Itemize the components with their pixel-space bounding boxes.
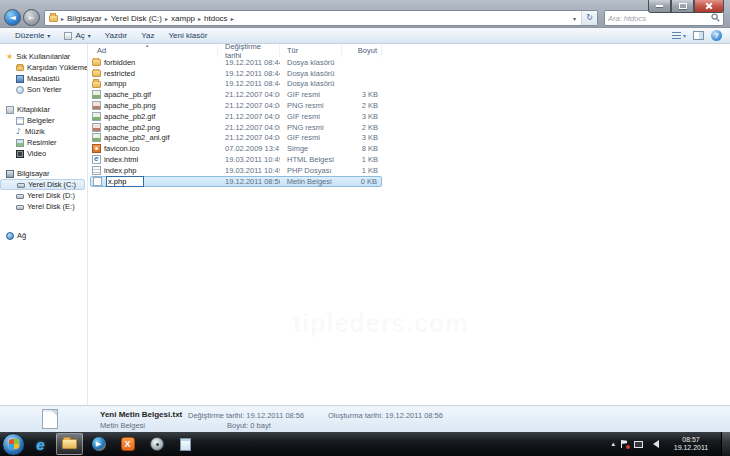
desktop-icon: [16, 75, 24, 83]
png-image-icon: [92, 123, 101, 132]
file-row[interactable]: apache_pb2.png 21.12.2007 04:00PNG resmi…: [90, 122, 382, 133]
crumb-separator-icon: ▸: [230, 15, 235, 22]
computer-icon: [6, 170, 14, 178]
taskbar-notepad[interactable]: [172, 433, 199, 455]
column-header-type[interactable]: Tür: [280, 44, 342, 57]
column-header-name[interactable]: Ad: [90, 44, 218, 57]
taskbar-internet-explorer[interactable]: e: [27, 433, 54, 455]
taskbar-clock[interactable]: 08:57 19.12.2011: [671, 436, 711, 452]
watermark: tipleders.com: [293, 309, 469, 338]
show-hidden-icons-button[interactable]: ▴: [611, 440, 615, 448]
gif-image-icon: [92, 133, 101, 142]
column-header-date-modified[interactable]: Değiştirme tarihi: [218, 44, 280, 57]
rename-input[interactable]: [106, 176, 144, 187]
chevron-down-icon: ▾: [683, 32, 686, 39]
start-button[interactable]: [2, 433, 25, 456]
action-center-icon[interactable]: [621, 440, 628, 448]
folder-icon: [92, 59, 101, 66]
file-row[interactable]: favicon.ico 07.02.2009 13:47Simge8 KB: [90, 143, 382, 154]
hard-disk-icon: [16, 194, 24, 199]
sidebar-item-favorites[interactable]: ★Sık Kullanılanlar: [0, 51, 87, 62]
search-icon[interactable]: [711, 13, 720, 24]
taskbar-windows-explorer[interactable]: [56, 433, 83, 455]
sidebar-item-pictures[interactable]: Resimler: [0, 137, 87, 148]
network-icon: [6, 232, 14, 240]
chevron-down-icon: ▾: [88, 32, 91, 39]
sidebar-item-desktop[interactable]: Masaüstü: [0, 73, 87, 84]
details-created: Oluşturma tarihi: 19.12.2011 08:56: [328, 411, 443, 420]
organize-menu-button[interactable]: Düzenle▾: [8, 31, 57, 40]
details-file-type: Metin Belgesi: [100, 421, 145, 430]
new-folder-button[interactable]: Yeni klasör: [161, 31, 214, 40]
breadcrumb-drive-c[interactable]: Yerel Disk (C:): [109, 14, 164, 23]
preview-pane-button[interactable]: [693, 31, 704, 40]
sidebar-item-libraries[interactable]: Kitaplıklar: [0, 104, 87, 115]
show-desktop-button[interactable]: [721, 432, 730, 456]
window-content: ★Sık Kullanılanlar Karşıdan Yüklemeler M…: [0, 44, 730, 405]
file-row[interactable]: index.php 19.03.2011 10:49PHP Dosyası1 K…: [90, 165, 382, 176]
sidebar-item-documents[interactable]: Belgeler: [0, 115, 87, 126]
taskbar-disc-app[interactable]: [143, 433, 170, 455]
address-folder-icon: [49, 15, 58, 22]
sidebar-item-video[interactable]: Video: [0, 148, 87, 159]
back-button[interactable]: ◄: [4, 9, 21, 26]
forward-button[interactable]: ►: [23, 9, 40, 26]
file-row[interactable]: xampp 19.12.2011 08:44Dosya klasörü: [90, 79, 382, 90]
png-image-icon: [92, 101, 101, 110]
pictures-icon: [16, 139, 24, 147]
volume-icon[interactable]: [649, 440, 659, 448]
alert-badge: [626, 445, 630, 449]
print-button[interactable]: Yazdır: [98, 31, 135, 40]
sidebar-item-recent-places[interactable]: Son Yerler: [0, 84, 87, 95]
sidebar-item-computer[interactable]: Bilgisayar: [0, 168, 87, 179]
file-row-selected[interactable]: 19.12.2011 08:56Metin Belgesi0 KB: [90, 176, 382, 187]
file-row[interactable]: apache_pb2.gif 21.12.2007 04:00GIF resmi…: [90, 111, 382, 122]
folder-icon: [92, 70, 101, 77]
sidebar-item-local-disk-d[interactable]: Yerel Disk (D:): [0, 190, 87, 201]
file-row[interactable]: restricted 19.12.2011 08:44Dosya klasörü: [90, 68, 382, 79]
burn-button[interactable]: Yaz: [134, 31, 161, 40]
notepad-icon: [180, 438, 191, 451]
folder-icon: [92, 81, 101, 88]
php-file-icon: [92, 166, 101, 175]
view-list-icon: [672, 32, 681, 40]
network-status-icon[interactable]: [634, 441, 643, 448]
open-button[interactable]: Aç▾: [57, 31, 97, 40]
sidebar-item-network[interactable]: Ağ: [0, 230, 87, 241]
change-view-button[interactable]: ▾: [672, 32, 686, 40]
close-button[interactable]: [694, 0, 724, 13]
column-header-size[interactable]: Boyut: [342, 44, 382, 57]
disc-app-icon: [150, 437, 164, 451]
file-row[interactable]: apache_pb.png 21.12.2007 04:00PNG resmi2…: [90, 100, 382, 111]
breadcrumb-xampp[interactable]: xampp: [169, 14, 197, 23]
file-row[interactable]: apache_pb2_ani.gif 21.12.2007 04:00GIF r…: [90, 133, 382, 144]
navigation-pane: ★Sık Kullanılanlar Karşıdan Yüklemeler M…: [0, 44, 88, 405]
address-bar[interactable]: ▸ Bilgisayar ▸ Yerel Disk (C:) ▸ xampp ▸…: [44, 10, 598, 26]
close-icon: [705, 2, 713, 10]
breadcrumb-htdocs[interactable]: htdocs: [202, 14, 230, 23]
sidebar-item-local-disk-c[interactable]: Yerel Disk (C:): [0, 179, 85, 190]
file-row[interactable]: index.html 19.03.2011 10:49HTML Belgesi1…: [90, 154, 382, 165]
sidebar-item-music[interactable]: ♪Müzik: [0, 126, 87, 137]
refresh-icon[interactable]: ↻: [581, 11, 597, 25]
start-orb-icon: [9, 438, 19, 449]
breadcrumb-computer[interactable]: Bilgisayar: [65, 14, 104, 23]
minimize-button[interactable]: [648, 0, 671, 13]
clock-time: 08:57: [671, 436, 711, 444]
windows-explorer-icon: [62, 439, 77, 449]
address-dropdown-icon[interactable]: ▾: [568, 15, 581, 22]
taskbar-xampp[interactable]: X: [114, 433, 141, 455]
downloads-folder-icon: [16, 65, 24, 71]
file-row[interactable]: apache_pb.gif 21.12.2007 04:00GIF resmi3…: [90, 89, 382, 100]
taskbar-media-player[interactable]: ▶: [85, 433, 112, 455]
taskbar: e ▶ X ▴ 08:57 19.12.2011: [0, 432, 730, 456]
details-modified: Değiştirme tarihi: 19.12.2011 08:56: [188, 411, 304, 420]
maximize-button[interactable]: [671, 0, 694, 13]
sidebar-item-local-disk-e[interactable]: Yerel Disk (E:): [0, 201, 87, 212]
windows-media-player-icon: ▶: [92, 437, 106, 451]
sort-ascending-icon: ▴: [146, 44, 149, 48]
sidebar-item-downloads[interactable]: Karşıdan Yüklemeler: [0, 62, 87, 73]
help-button[interactable]: ?: [711, 30, 722, 41]
system-tray: ▴ 08:57 19.12.2011: [611, 432, 730, 456]
hard-disk-icon: [16, 205, 24, 210]
